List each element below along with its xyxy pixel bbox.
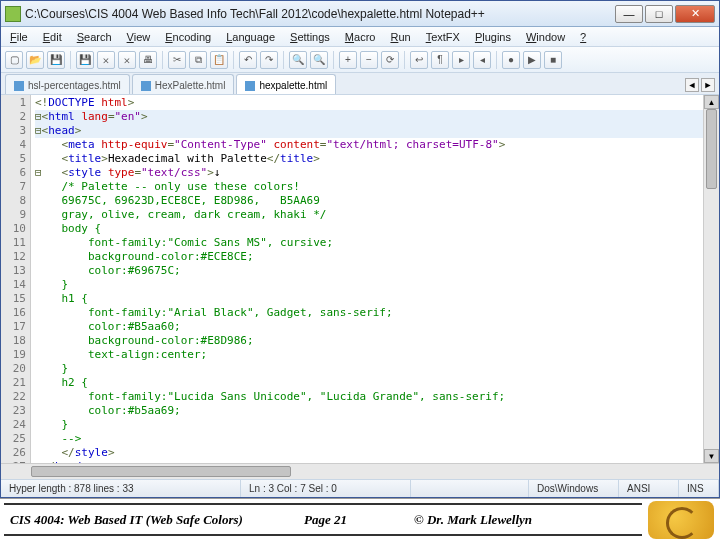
code-line[interactable]: } bbox=[35, 418, 703, 432]
maximize-button[interactable]: □ bbox=[645, 5, 673, 23]
vertical-scrollbar[interactable]: ▲ ▼ bbox=[703, 95, 719, 463]
new-icon[interactable]: ▢ bbox=[5, 51, 23, 69]
open-icon[interactable]: 📂 bbox=[26, 51, 44, 69]
cut-icon[interactable]: ✂ bbox=[168, 51, 186, 69]
replace-icon[interactable]: 🔍 bbox=[310, 51, 328, 69]
tab-file[interactable]: hexpalette.html bbox=[236, 74, 336, 94]
scroll-thumb[interactable] bbox=[706, 109, 717, 189]
tab-prev-button[interactable]: ◄ bbox=[685, 78, 699, 92]
code-line[interactable]: <meta http-equiv="Content-Type" content=… bbox=[35, 138, 703, 152]
menubar: FileEditSearchViewEncodingLanguageSettin… bbox=[1, 27, 719, 47]
ucf-logo bbox=[648, 501, 714, 539]
status-position: Ln : 3 Col : 7 Sel : 0 bbox=[241, 480, 411, 497]
menu-window[interactable]: Window bbox=[519, 29, 572, 45]
outdent-icon[interactable]: ◂ bbox=[473, 51, 491, 69]
menu-textfx[interactable]: TextFX bbox=[419, 29, 467, 45]
file-icon bbox=[245, 81, 255, 91]
code-line[interactable]: } bbox=[35, 362, 703, 376]
code-line[interactable]: font-family:"Arial Black", Gadget, sans-… bbox=[35, 306, 703, 320]
code-line[interactable]: h1 { bbox=[35, 292, 703, 306]
editor: 1234567891011121314151617181920212223242… bbox=[1, 95, 719, 463]
redo-icon[interactable]: ↷ bbox=[260, 51, 278, 69]
app-window: C:\Courses\CIS 4004 Web Based Info Tech\… bbox=[0, 0, 720, 498]
status-encoding: ANSI bbox=[619, 480, 679, 497]
code-line[interactable]: h2 { bbox=[35, 376, 703, 390]
toolbar: ▢📂💾💾⨉⨉🖶✂⧉📋↶↷🔍🔍+−⟳↩¶▸◂●▶■ bbox=[1, 47, 719, 73]
undo-icon[interactable]: ↶ bbox=[239, 51, 257, 69]
menu-?[interactable]: ? bbox=[573, 29, 593, 45]
code-line[interactable]: ⊟<html lang="en"> bbox=[35, 110, 703, 124]
menu-plugins[interactable]: Plugins bbox=[468, 29, 518, 45]
statusbar: Hyper length : 878 lines : 33 Ln : 3 Col… bbox=[1, 479, 719, 497]
code-area[interactable]: <!DOCTYPE html>⊟<html lang="en">⊟<head> … bbox=[31, 95, 703, 463]
macro-stop-icon[interactable]: ■ bbox=[544, 51, 562, 69]
code-line[interactable]: background-color:#ECE8CE; bbox=[35, 250, 703, 264]
menu-run[interactable]: Run bbox=[383, 29, 417, 45]
file-icon bbox=[14, 81, 24, 91]
code-line[interactable]: </style> bbox=[35, 446, 703, 460]
hscroll-thumb[interactable] bbox=[31, 466, 291, 477]
code-line[interactable]: font-family:"Comic Sans MS", cursive; bbox=[35, 236, 703, 250]
menu-settings[interactable]: Settings bbox=[283, 29, 337, 45]
menu-view[interactable]: View bbox=[120, 29, 158, 45]
print-icon[interactable]: 🖶 bbox=[139, 51, 157, 69]
close-all-icon[interactable]: ⨉ bbox=[118, 51, 136, 69]
menu-search[interactable]: Search bbox=[70, 29, 119, 45]
code-line[interactable]: color:#b5aa69; bbox=[35, 404, 703, 418]
horizontal-scrollbar[interactable] bbox=[1, 463, 719, 479]
app-icon bbox=[5, 6, 21, 22]
show-all-icon[interactable]: ¶ bbox=[431, 51, 449, 69]
close-button[interactable]: ✕ bbox=[675, 5, 715, 23]
footer-course: CIS 4004: Web Based IT (Web Safe Colors) bbox=[10, 512, 243, 528]
tab-label: HexPalette.html bbox=[155, 80, 226, 91]
paste-icon[interactable]: 📋 bbox=[210, 51, 228, 69]
code-line[interactable]: } bbox=[35, 278, 703, 292]
menu-edit[interactable]: Edit bbox=[36, 29, 69, 45]
footer-author: © Dr. Mark Llewellyn bbox=[414, 512, 532, 528]
save-icon[interactable]: 💾 bbox=[47, 51, 65, 69]
save-all-icon[interactable]: 💾 bbox=[76, 51, 94, 69]
tab-file[interactable]: HexPalette.html bbox=[132, 74, 235, 94]
scroll-down-button[interactable]: ▼ bbox=[704, 449, 719, 463]
copy-icon[interactable]: ⧉ bbox=[189, 51, 207, 69]
titlebar[interactable]: C:\Courses\CIS 4004 Web Based Info Tech\… bbox=[1, 1, 719, 27]
tab-file[interactable]: hsl-percentages.html bbox=[5, 74, 130, 94]
zoom-out-icon[interactable]: − bbox=[360, 51, 378, 69]
menu-file[interactable]: File bbox=[3, 29, 35, 45]
code-line[interactable]: color:#69675C; bbox=[35, 264, 703, 278]
slide-footer: CIS 4004: Web Based IT (Web Safe Colors)… bbox=[0, 498, 720, 540]
scroll-up-button[interactable]: ▲ bbox=[704, 95, 719, 109]
line-gutter: 1234567891011121314151617181920212223242… bbox=[1, 95, 31, 463]
sync-icon[interactable]: ⟳ bbox=[381, 51, 399, 69]
tab-nav: ◄ ► bbox=[685, 78, 715, 94]
minimize-button[interactable]: — bbox=[615, 5, 643, 23]
indent-icon[interactable]: ▸ bbox=[452, 51, 470, 69]
wrap-icon[interactable]: ↩ bbox=[410, 51, 428, 69]
tabbar: hsl-percentages.htmlHexPalette.htmlhexpa… bbox=[1, 73, 719, 95]
macro-play-icon[interactable]: ▶ bbox=[523, 51, 541, 69]
code-line[interactable]: text-align:center; bbox=[35, 348, 703, 362]
tab-next-button[interactable]: ► bbox=[701, 78, 715, 92]
code-line[interactable]: ⊟<head> bbox=[35, 124, 703, 138]
code-line[interactable]: /* Palette -- only use these colors! bbox=[35, 180, 703, 194]
tab-label: hexpalette.html bbox=[259, 80, 327, 91]
macro-rec-icon[interactable]: ● bbox=[502, 51, 520, 69]
code-line[interactable]: font-family:"Lucida Sans Unicode", "Luci… bbox=[35, 390, 703, 404]
find-icon[interactable]: 🔍 bbox=[289, 51, 307, 69]
menu-encoding[interactable]: Encoding bbox=[158, 29, 218, 45]
code-line[interactable]: ⊟ <style type="text/css">↓ bbox=[35, 166, 703, 180]
zoom-in-icon[interactable]: + bbox=[339, 51, 357, 69]
menu-language[interactable]: Language bbox=[219, 29, 282, 45]
code-line[interactable]: <!DOCTYPE html> bbox=[35, 96, 703, 110]
code-line[interactable]: --> bbox=[35, 432, 703, 446]
window-title: C:\Courses\CIS 4004 Web Based Info Tech\… bbox=[25, 7, 615, 21]
code-line[interactable]: <title>Hexadecimal with Palette</title> bbox=[35, 152, 703, 166]
code-line[interactable]: background-color:#E8D986; bbox=[35, 334, 703, 348]
code-line[interactable]: body { bbox=[35, 222, 703, 236]
menu-macro[interactable]: Macro bbox=[338, 29, 383, 45]
code-line[interactable]: gray, olive, cream, dark cream, khaki */ bbox=[35, 208, 703, 222]
file-icon bbox=[141, 81, 151, 91]
code-line[interactable]: 69675C, 69623D,ECE8CE, E8D986, B5AA69 bbox=[35, 194, 703, 208]
code-line[interactable]: color:#B5aa60; bbox=[35, 320, 703, 334]
close-icon[interactable]: ⨉ bbox=[97, 51, 115, 69]
